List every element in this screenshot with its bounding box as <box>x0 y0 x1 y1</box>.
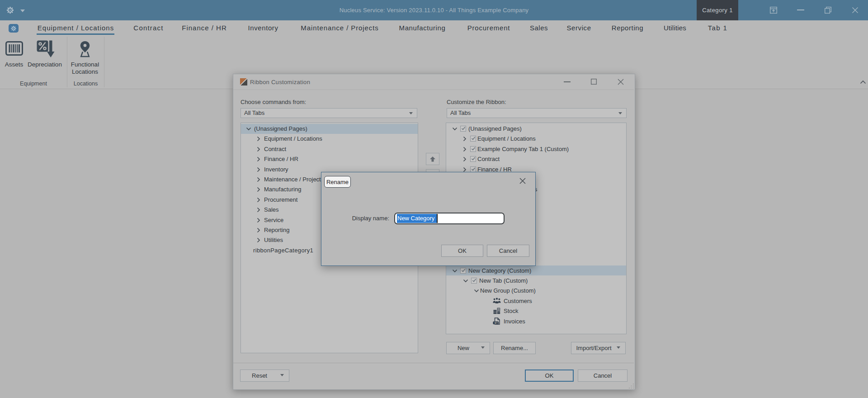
svg-text:$: $ <box>495 322 496 324</box>
